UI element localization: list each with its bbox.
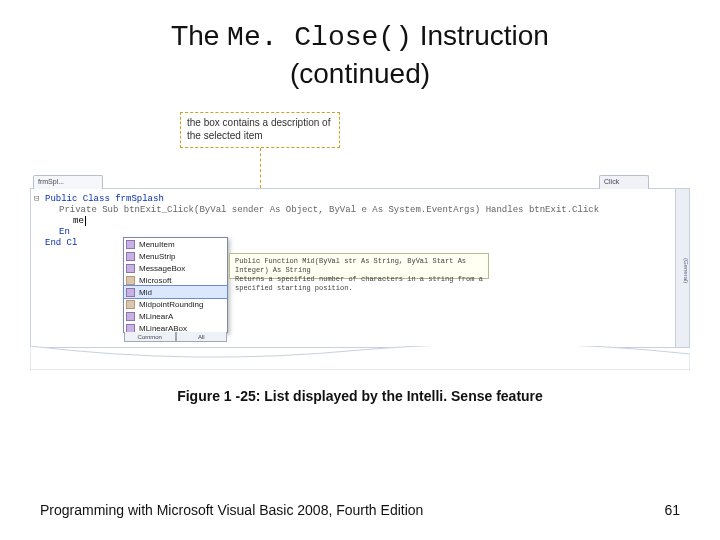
footer-page-number: 61 (664, 502, 680, 518)
intellisense-item: MenuStrip (124, 250, 227, 262)
tooltip-description: Returns a specified number of characters… (235, 275, 483, 293)
namespace-icon (126, 276, 135, 285)
annotation-text: the box contains a description of the se… (187, 117, 330, 141)
code-line-caret: me (73, 216, 669, 226)
intellisense-item: MessageBox (124, 262, 227, 274)
class-icon (126, 312, 135, 321)
footer-book-title: Programming with Microsoft Visual Basic … (40, 502, 423, 518)
intellisense-tab-common[interactable]: Common (124, 332, 176, 342)
annotation-callout: the box contains a description of the se… (180, 112, 340, 148)
outline-glyph: ⊟ (34, 193, 39, 204)
editor-side-pane: (General) (675, 189, 689, 347)
intellisense-item: MenuItem (124, 238, 227, 250)
intellisense-item: MLinearA (124, 310, 227, 322)
torn-edge (30, 346, 690, 370)
editor-tabstrip: frmSpl... Click (31, 175, 689, 189)
tooltip-signature: Public Function Mid(ByVal str As String,… (235, 257, 483, 275)
title-post: Instruction (412, 20, 549, 51)
code-line-class: Public Class frmSplash (45, 194, 669, 204)
editor-tab-right[interactable]: Click (599, 175, 649, 189)
title-pre: The (171, 20, 227, 51)
intellisense-filter-tabs: Common All (124, 332, 227, 342)
code-area[interactable]: ⊟ Public Class frmSplash Private Sub btn… (31, 189, 675, 347)
figure-caption: Figure 1 -25: List displayed by the Inte… (0, 388, 720, 404)
class-icon (126, 264, 135, 273)
slide-title: The Me. Close() Instruction (continued) (40, 18, 680, 93)
title-line2: (continued) (290, 58, 430, 89)
intellisense-popup[interactable]: MenuItem MenuStrip MessageBox Microsoft … (123, 237, 228, 333)
intellisense-item: MidpointRounding (124, 298, 227, 310)
intellisense-tab-all[interactable]: All (176, 332, 228, 342)
intellisense-item: Microsoft (124, 274, 227, 286)
title-mono: Me. Close() (227, 22, 412, 53)
editor-tab-left[interactable]: frmSpl... (33, 175, 103, 189)
code-editor-figure: frmSpl... Click (General) ⊟ Public Class… (30, 188, 690, 348)
code-line-sub: Private Sub btnExit_Click(ByVal sender A… (59, 205, 669, 215)
class-icon (126, 252, 135, 261)
method-icon (126, 288, 135, 297)
code-line-end1: En (59, 227, 669, 237)
intellisense-tooltip: Public Function Mid(ByVal str As String,… (229, 253, 489, 279)
class-icon (126, 240, 135, 249)
enum-icon (126, 300, 135, 309)
intellisense-item-selected: Mid (124, 286, 227, 298)
